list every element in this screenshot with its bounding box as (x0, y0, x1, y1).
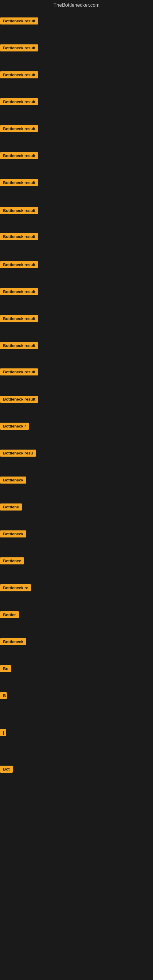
bottleneck-badge: Bot (0, 766, 13, 773)
bottleneck-result-item: | (0, 729, 6, 737)
bottleneck-badge: Bottleneck result (0, 368, 38, 375)
bottleneck-result-item: B (0, 692, 7, 700)
bottleneck-badge: Bottleneck (0, 530, 26, 538)
bottleneck-badge: Bottleneck result (0, 72, 38, 78)
bottleneck-badge: Bottleneck (0, 638, 26, 645)
bottleneck-result-item: Bottleneck (0, 530, 26, 539)
bottleneck-result-item: Bot (0, 766, 13, 774)
bottleneck-badge: Bottleneck result (0, 342, 38, 349)
bottleneck-result-item: Bottleneck result (0, 315, 38, 323)
bottleneck-result-item: Bottlenec (0, 557, 24, 566)
bottleneck-badge: Bottleneck result (0, 125, 38, 132)
bottleneck-result-item: Bo (0, 665, 11, 673)
bottleneck-badge: Bottleneck result (0, 288, 38, 295)
bottleneck-badge: Bottleneck (0, 477, 26, 484)
bottleneck-badge: Bottlenec (0, 557, 24, 565)
bottleneck-badge: Bottleneck result (0, 261, 38, 268)
bottleneck-badge: Bo (0, 665, 11, 672)
bottleneck-badge: Bottleneck result (0, 152, 38, 159)
bottleneck-result-item: Bottleneck result (0, 396, 38, 404)
bottleneck-result-item: Bottleneck result (0, 207, 38, 215)
bottleneck-result-item: Bottleneck r (0, 423, 29, 431)
bottleneck-result-item: Bottlene (0, 503, 22, 512)
bottleneck-badge: Bottleneck r (0, 423, 29, 430)
bottleneck-badge: | (0, 729, 6, 736)
bottleneck-badge: Bottleneck result (0, 98, 38, 105)
bottleneck-result-item: Bottleneck result (0, 261, 38, 269)
site-title: TheBottlenecker.com (0, 0, 153, 9)
bottleneck-result-item: Bottleneck result (0, 98, 38, 107)
bottleneck-result-item: Bottleneck result (0, 288, 38, 296)
bottleneck-badge: Bottler (0, 611, 19, 618)
bottleneck-result-item: Bottleneck result (0, 342, 38, 350)
bottleneck-badge: Bottleneck result (0, 179, 38, 186)
bottleneck-result-item: Bottleneck (0, 477, 26, 485)
bottleneck-result-item: Bottleneck result (0, 233, 38, 241)
bottleneck-result-item: Bottleneck resu (0, 450, 36, 458)
bottleneck-badge: Bottlene (0, 503, 22, 511)
bottleneck-result-item: Bottleneck result (0, 179, 38, 188)
bottleneck-result-item: Bottleneck result (0, 18, 38, 26)
bottleneck-badge: Bottleneck result (0, 315, 38, 322)
bottleneck-badge: Bottleneck result (0, 233, 38, 240)
bottleneck-badge: Bottleneck result (0, 396, 38, 403)
bottleneck-result-item: Bottleneck re (0, 584, 31, 593)
bottleneck-result-item: Bottleneck result (0, 368, 38, 377)
bottleneck-badge: Bottleneck result (0, 45, 38, 51)
bottleneck-result-item: Bottleneck result (0, 45, 38, 52)
bottleneck-badge: Bottleneck resu (0, 450, 36, 457)
bottleneck-badge: Bottleneck result (0, 18, 38, 24)
bottleneck-result-item: Bottleneck result (0, 125, 38, 134)
bottleneck-badge: B (0, 692, 7, 699)
bottleneck-result-item: Bottleneck (0, 638, 26, 646)
bottleneck-result-item: Bottler (0, 611, 19, 620)
bottleneck-result-item: Bottleneck result (0, 152, 38, 161)
bottleneck-result-item: Bottleneck result (0, 72, 38, 80)
bottleneck-badge: Bottleneck result (0, 207, 38, 214)
bottleneck-badge: Bottleneck re (0, 584, 31, 591)
